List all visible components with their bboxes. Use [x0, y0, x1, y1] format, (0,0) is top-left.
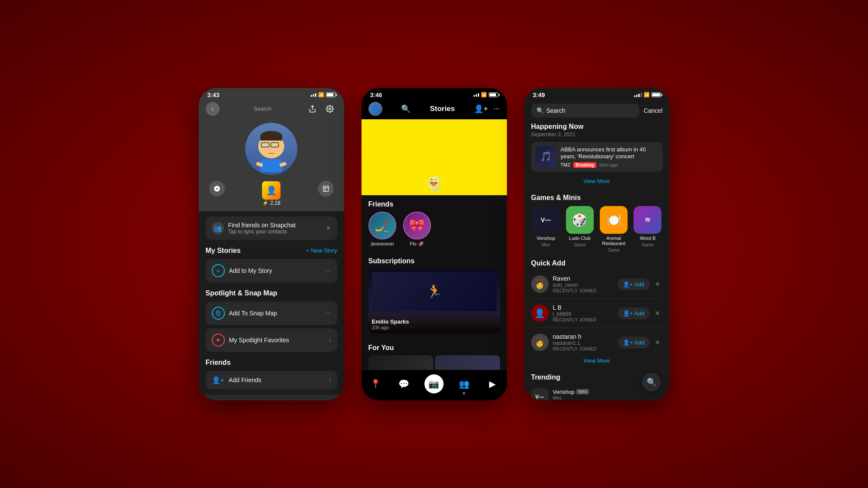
game-name-wordb: Word B [640, 236, 655, 241]
spotlight-favorites-label: My Spotlight Favorites [229, 337, 289, 344]
stories-content: Friends 🏒 Jennnnnnn 🎀 Flo 🦑 [362, 195, 507, 370]
stories-title: Stories [430, 105, 455, 113]
trending-item-verishop[interactable]: V— Verishop MINI Mini Discover something… [531, 386, 663, 400]
wordb-logo: W [645, 217, 650, 223]
find-friends-row[interactable]: 👥 Find friends on Snapchat Tap to sync y… [206, 216, 337, 240]
snap-action-2[interactable] [318, 181, 334, 197]
for-you-grid: WORLDSTAR PETLAR CO [362, 355, 507, 370]
sub-time-0: 23h ago [372, 325, 496, 330]
spotlight-fav-icon: ♥ [212, 334, 225, 347]
search-fab[interactable]: 🔍 [642, 373, 661, 392]
happening-view-more[interactable]: View More [531, 175, 663, 187]
news-item-0[interactable]: 🎵 ABBA announces first album in 40 years… [531, 142, 663, 172]
more-icon-stories[interactable]: ··· [493, 104, 500, 114]
ghost-watermark: 👻 [425, 175, 443, 192]
stories-left-icons: 🔍 [401, 104, 411, 114]
search-input-text: Search [546, 107, 566, 114]
qa-username-nastaran: nastaran1.1 [553, 340, 613, 346]
subscription-item-0[interactable]: 🏃 Emilio Sparks 23h ago [368, 269, 500, 334]
news-time-0: 54m ago [599, 162, 618, 167]
subscriptions-label: Subscriptions [362, 252, 507, 269]
friends-title: Friends [206, 359, 231, 367]
status-bar-1: 3:43 📶 [199, 88, 344, 100]
my-stories-title: My Stories [206, 247, 241, 255]
add-to-story-row[interactable]: + Add to My Story ··· [206, 259, 337, 282]
sub-name-0: Emilio Sparks [372, 318, 496, 325]
for-you-item-worldstar[interactable]: WORLDSTAR [368, 355, 434, 370]
spotlight-favorites-row[interactable]: ♥ My Spotlight Favorites › [206, 328, 337, 352]
game-name-animal: Animal Restaurant [599, 236, 628, 246]
phone-search: 3:49 📶 🔍 S [524, 88, 670, 400]
search-bar[interactable]: 🔍 Search [531, 104, 639, 118]
spotlight-title: Spotlight & Snap Map [206, 289, 277, 297]
friend-story-jennnnnnn[interactable]: 🏒 Jennnnnnn [368, 212, 396, 247]
for-you-item-petlar[interactable]: PETLAR CO [435, 355, 500, 370]
add-icon-nastaran: 👤+ [623, 339, 633, 346]
nav-chat[interactable]: 💬 [396, 376, 412, 392]
friends-section-label: Friends [362, 195, 507, 212]
share-icon[interactable] [306, 102, 319, 116]
subscriptions-section: Subscriptions 🏃 Emilio Sparks 23h ago [362, 252, 507, 339]
settings-icon[interactable] [323, 102, 337, 116]
remove-raven-button[interactable]: ✕ [652, 279, 663, 289]
remove-lb-button[interactable]: ✕ [652, 308, 663, 318]
phones-container: 3:43 📶 ‹ Search [199, 88, 670, 400]
divider-1 [531, 298, 663, 299]
add-to-story-label: Add to My Story [229, 267, 273, 274]
snap-score-value: 2,18 [270, 200, 280, 206]
friend-story-flo[interactable]: 🎀 Flo 🦑 [403, 212, 431, 247]
more-dots-map[interactable]: ··· [325, 309, 331, 317]
nav-stories[interactable]: 👥 [456, 376, 472, 392]
new-story-button[interactable]: + New Story [306, 247, 337, 254]
back-button[interactable]: ‹ [206, 102, 220, 116]
game-item-wordb[interactable]: W Word B Game [633, 206, 662, 252]
nav-map[interactable]: 📍 [368, 376, 383, 392]
game-icon-ludo: 🎲 [566, 206, 594, 234]
qa-username-raven: solo_raven [553, 282, 613, 288]
search-icon-stories[interactable]: 🔍 [401, 104, 411, 114]
trending-name-verishop: Verishop [553, 389, 575, 395]
time-2: 3:46 [370, 92, 382, 98]
add-friend-icon[interactable]: 👤+ [474, 104, 488, 114]
nav-camera[interactable]: 📷 [424, 374, 444, 393]
game-item-animal[interactable]: 🍽️ Animal Restaurant Game [599, 206, 628, 252]
cancel-button[interactable]: Cancel [644, 107, 663, 114]
game-item-ludo[interactable]: 🎲 Ludo Club Game [565, 206, 595, 252]
game-icon-wordb: W [634, 206, 661, 234]
spotlight-header: Spotlight & Snap Map [206, 289, 337, 297]
game-item-verishop[interactable]: V— Verishop Mini [531, 206, 561, 252]
divider-2 [531, 328, 663, 328]
battery-3 [651, 92, 661, 97]
nav-discover[interactable]: ▶ [485, 376, 500, 392]
trending-type-verishop: Mini [553, 395, 663, 400]
avatar-area [206, 119, 337, 181]
remove-nastaran-button[interactable]: ✕ [652, 337, 663, 347]
more-dots-story[interactable]: ··· [325, 267, 331, 275]
bitmoji-glasses [261, 142, 282, 147]
search-label: Search [253, 105, 271, 112]
qa-info-lb: L B l_b8669 RECENTLY JOINED [553, 304, 613, 322]
snap-preview[interactable]: 👻 [362, 119, 507, 195]
quick-add-title: Quick Add [531, 259, 663, 267]
add-label-raven: Add [634, 281, 644, 288]
find-friends-close[interactable]: ✕ [326, 225, 331, 232]
add-to-snap-map-row[interactable]: Add To Snap Map ··· [206, 301, 337, 325]
add-label-lb: Add [634, 310, 644, 317]
add-friends-row[interactable]: 👤+ Add Friends › [206, 371, 337, 390]
qa-actions-lb: 👤+ Add ✕ [618, 308, 663, 319]
quick-add-view-more[interactable]: View More [531, 355, 663, 367]
add-nastaran-button[interactable]: 👤+ Add [618, 337, 650, 348]
battery-1 [326, 92, 335, 97]
profile-header: ‹ Search [199, 100, 344, 211]
user-avatar-stories[interactable]: 👤 [368, 102, 382, 116]
add-lb-button[interactable]: 👤+ Add [618, 308, 650, 319]
status-icons-2: 📶 [473, 92, 498, 98]
quick-add-lb: 👤 L B l_b8669 RECENTLY JOINED 👤+ Add ✕ [531, 301, 663, 326]
status-bar-3: 3:49 📶 [524, 88, 670, 100]
news-source-name-0: TMZ [561, 162, 571, 167]
add-story-icon: + [212, 264, 225, 277]
status-icons-1: 📶 [311, 92, 335, 98]
add-raven-button[interactable]: 👤+ Add [618, 278, 650, 290]
friend-avatar-inner-1: 🏒 [369, 213, 395, 239]
snap-action-1[interactable] [209, 181, 225, 197]
